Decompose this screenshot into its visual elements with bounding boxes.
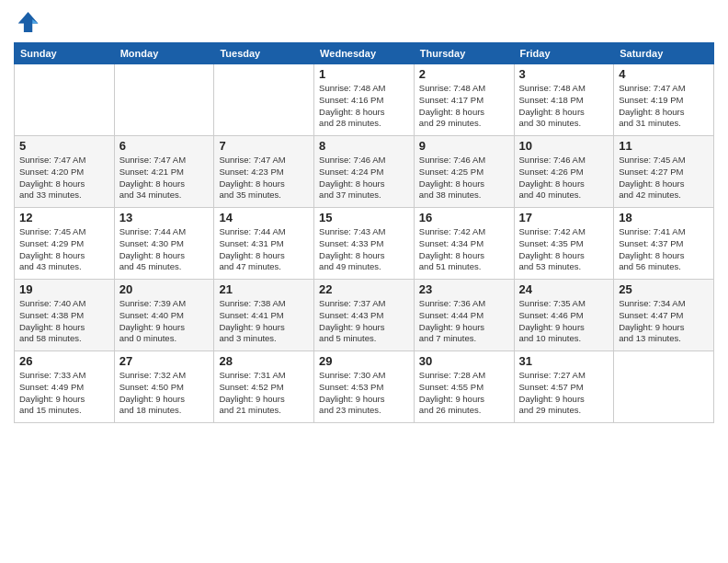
calendar-cell: 23Sunrise: 7:36 AM Sunset: 4:44 PM Dayli…	[414, 280, 514, 351]
calendar-cell: 26Sunrise: 7:33 AM Sunset: 4:49 PM Dayli…	[15, 351, 115, 423]
calendar-cell: 22Sunrise: 7:37 AM Sunset: 4:43 PM Dayli…	[314, 280, 415, 351]
day-info: Sunrise: 7:36 AM Sunset: 4:44 PM Dayligh…	[419, 298, 509, 345]
calendar-header-row: SundayMondayTuesdayWednesdayThursdayFrid…	[15, 43, 714, 64]
day-info: Sunrise: 7:48 AM Sunset: 4:17 PM Dayligh…	[419, 83, 509, 130]
day-number: 27	[119, 354, 210, 368]
calendar-cell: 13Sunrise: 7:44 AM Sunset: 4:30 PM Dayli…	[114, 208, 214, 280]
calendar-cell: 29Sunrise: 7:30 AM Sunset: 4:53 PM Dayli…	[314, 351, 415, 423]
day-info: Sunrise: 7:40 AM Sunset: 4:38 PM Dayligh…	[19, 298, 109, 345]
calendar-cell: 20Sunrise: 7:39 AM Sunset: 4:40 PM Dayli…	[114, 280, 214, 351]
day-info: Sunrise: 7:46 AM Sunset: 4:26 PM Dayligh…	[519, 155, 609, 201]
calendar-header-wednesday: Wednesday	[314, 43, 415, 64]
calendar-week-row: 12Sunrise: 7:45 AM Sunset: 4:29 PM Dayli…	[15, 208, 714, 280]
day-number: 23	[419, 282, 509, 296]
calendar-cell: 24Sunrise: 7:35 AM Sunset: 4:46 PM Dayli…	[514, 280, 614, 351]
calendar-cell: 7Sunrise: 7:47 AM Sunset: 4:23 PM Daylig…	[214, 136, 314, 208]
calendar-cell: 30Sunrise: 7:28 AM Sunset: 4:55 PM Dayli…	[414, 351, 514, 423]
day-info: Sunrise: 7:46 AM Sunset: 4:24 PM Dayligh…	[319, 155, 409, 201]
day-info: Sunrise: 7:48 AM Sunset: 4:18 PM Dayligh…	[519, 83, 609, 130]
day-number: 17	[519, 211, 609, 224]
calendar-cell: 14Sunrise: 7:44 AM Sunset: 4:31 PM Dayli…	[214, 208, 314, 280]
day-number: 4	[619, 67, 709, 81]
calendar-cell: 2Sunrise: 7:48 AM Sunset: 4:17 PM Daylig…	[414, 64, 514, 136]
day-number: 5	[19, 139, 109, 153]
calendar-cell	[15, 64, 115, 136]
header	[14, 9, 714, 35]
calendar-week-row: 5Sunrise: 7:47 AM Sunset: 4:20 PM Daylig…	[15, 136, 714, 208]
calendar-header-monday: Monday	[114, 43, 214, 64]
logo-icon	[14, 9, 40, 35]
calendar-cell: 21Sunrise: 7:38 AM Sunset: 4:41 PM Dayli…	[214, 280, 314, 351]
day-number: 14	[219, 211, 309, 224]
calendar-cell: 1Sunrise: 7:48 AM Sunset: 4:16 PM Daylig…	[314, 64, 415, 136]
calendar-cell: 19Sunrise: 7:40 AM Sunset: 4:38 PM Dayli…	[15, 280, 115, 351]
calendar-cell: 8Sunrise: 7:46 AM Sunset: 4:24 PM Daylig…	[314, 136, 415, 208]
calendar-header-tuesday: Tuesday	[214, 43, 314, 64]
calendar-cell: 16Sunrise: 7:42 AM Sunset: 4:34 PM Dayli…	[414, 208, 514, 280]
day-info: Sunrise: 7:28 AM Sunset: 4:55 PM Dayligh…	[419, 370, 509, 417]
calendar-week-row: 1Sunrise: 7:48 AM Sunset: 4:16 PM Daylig…	[15, 64, 714, 136]
calendar-cell	[614, 351, 714, 423]
day-info: Sunrise: 7:30 AM Sunset: 4:53 PM Dayligh…	[319, 370, 409, 417]
day-number: 1	[319, 67, 409, 81]
calendar-cell: 6Sunrise: 7:47 AM Sunset: 4:21 PM Daylig…	[114, 136, 214, 208]
day-info: Sunrise: 7:31 AM Sunset: 4:52 PM Dayligh…	[219, 370, 309, 417]
day-info: Sunrise: 7:35 AM Sunset: 4:46 PM Dayligh…	[519, 298, 609, 345]
day-number: 6	[119, 139, 210, 153]
day-info: Sunrise: 7:47 AM Sunset: 4:23 PM Dayligh…	[219, 155, 309, 201]
logo	[14, 9, 43, 35]
calendar-header-sunday: Sunday	[15, 43, 115, 64]
day-number: 19	[19, 282, 109, 296]
day-info: Sunrise: 7:44 AM Sunset: 4:31 PM Dayligh…	[219, 226, 309, 273]
calendar-week-row: 19Sunrise: 7:40 AM Sunset: 4:38 PM Dayli…	[15, 280, 714, 351]
day-info: Sunrise: 7:47 AM Sunset: 4:20 PM Dayligh…	[19, 155, 109, 201]
calendar-header-saturday: Saturday	[614, 43, 714, 64]
day-info: Sunrise: 7:45 AM Sunset: 4:27 PM Dayligh…	[619, 155, 709, 201]
calendar-cell	[114, 64, 214, 136]
day-number: 30	[419, 354, 509, 368]
day-number: 25	[619, 282, 709, 296]
day-number: 18	[619, 211, 709, 224]
calendar-cell: 9Sunrise: 7:46 AM Sunset: 4:25 PM Daylig…	[414, 136, 514, 208]
day-info: Sunrise: 7:42 AM Sunset: 4:35 PM Dayligh…	[519, 226, 609, 273]
day-info: Sunrise: 7:37 AM Sunset: 4:43 PM Dayligh…	[319, 298, 409, 345]
day-info: Sunrise: 7:39 AM Sunset: 4:40 PM Dayligh…	[119, 298, 210, 345]
day-number: 11	[619, 139, 709, 153]
day-info: Sunrise: 7:41 AM Sunset: 4:37 PM Dayligh…	[619, 226, 709, 273]
day-info: Sunrise: 7:32 AM Sunset: 4:50 PM Dayligh…	[119, 370, 210, 417]
calendar-table: SundayMondayTuesdayWednesdayThursdayFrid…	[14, 42, 714, 423]
day-number: 2	[419, 67, 509, 81]
day-info: Sunrise: 7:34 AM Sunset: 4:47 PM Dayligh…	[619, 298, 709, 345]
calendar-cell: 18Sunrise: 7:41 AM Sunset: 4:37 PM Dayli…	[614, 208, 714, 280]
day-info: Sunrise: 7:43 AM Sunset: 4:33 PM Dayligh…	[319, 226, 409, 273]
day-info: Sunrise: 7:38 AM Sunset: 4:41 PM Dayligh…	[219, 298, 309, 345]
calendar-week-row: 26Sunrise: 7:33 AM Sunset: 4:49 PM Dayli…	[15, 351, 714, 423]
calendar-cell: 4Sunrise: 7:47 AM Sunset: 4:19 PM Daylig…	[614, 64, 714, 136]
calendar-cell: 17Sunrise: 7:42 AM Sunset: 4:35 PM Dayli…	[514, 208, 614, 280]
calendar-cell: 28Sunrise: 7:31 AM Sunset: 4:52 PM Dayli…	[214, 351, 314, 423]
day-number: 24	[519, 282, 609, 296]
day-number: 12	[19, 211, 109, 224]
day-number: 3	[519, 67, 609, 81]
day-number: 7	[219, 139, 309, 153]
day-info: Sunrise: 7:42 AM Sunset: 4:34 PM Dayligh…	[419, 226, 509, 273]
day-number: 10	[519, 139, 609, 153]
day-number: 22	[319, 282, 409, 296]
calendar-cell: 11Sunrise: 7:45 AM Sunset: 4:27 PM Dayli…	[614, 136, 714, 208]
day-number: 26	[19, 354, 109, 368]
calendar-cell: 5Sunrise: 7:47 AM Sunset: 4:20 PM Daylig…	[15, 136, 115, 208]
calendar-cell	[214, 64, 314, 136]
page: SundayMondayTuesdayWednesdayThursdayFrid…	[0, 0, 728, 563]
day-info: Sunrise: 7:44 AM Sunset: 4:30 PM Dayligh…	[119, 226, 210, 273]
calendar-cell: 3Sunrise: 7:48 AM Sunset: 4:18 PM Daylig…	[514, 64, 614, 136]
calendar-cell: 12Sunrise: 7:45 AM Sunset: 4:29 PM Dayli…	[15, 208, 115, 280]
day-number: 31	[519, 354, 609, 368]
day-number: 15	[319, 211, 409, 224]
calendar-cell: 27Sunrise: 7:32 AM Sunset: 4:50 PM Dayli…	[114, 351, 214, 423]
day-number: 28	[219, 354, 309, 368]
calendar-cell: 15Sunrise: 7:43 AM Sunset: 4:33 PM Dayli…	[314, 208, 415, 280]
day-number: 29	[319, 354, 409, 368]
calendar-cell: 10Sunrise: 7:46 AM Sunset: 4:26 PM Dayli…	[514, 136, 614, 208]
day-info: Sunrise: 7:47 AM Sunset: 4:21 PM Dayligh…	[119, 155, 210, 201]
calendar-header-friday: Friday	[514, 43, 614, 64]
